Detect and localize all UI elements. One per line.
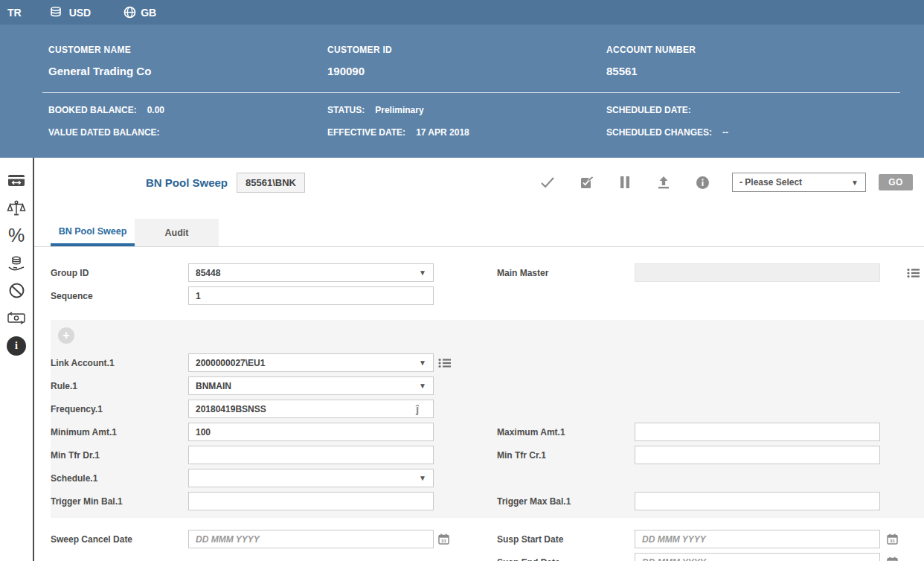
customer-id-value: 190090 xyxy=(327,65,606,77)
account-number-label: ACCOUNT NUMBER xyxy=(606,45,924,55)
balance-scales-icon[interactable] xyxy=(1,194,31,222)
globe-icon xyxy=(123,6,136,19)
block-icon[interactable] xyxy=(1,277,31,304)
min-tfr-dr-label: Min Tfr Dr.1 xyxy=(51,450,188,461)
toolbar-info-icon[interactable] xyxy=(683,176,722,190)
minimum-amt-input[interactable] xyxy=(188,423,434,441)
tab-bar: BN Pool Sweep Audit xyxy=(34,219,924,247)
chevron-down-icon: ▼ xyxy=(851,179,859,187)
chevron-down-icon: ▼ xyxy=(419,359,426,367)
percent-icon[interactable]: % xyxy=(1,222,31,249)
chevron-down-icon: ▼ xyxy=(419,474,426,482)
customer-id-label: CUSTOMER ID xyxy=(327,45,606,55)
susp-start-date-input[interactable] xyxy=(635,530,880,548)
effective-date: EFFECTIVE DATE:17 APR 2018 xyxy=(327,127,606,138)
validate-icon[interactable] xyxy=(567,176,606,190)
left-sidebar: % i xyxy=(0,158,34,561)
minimum-amt-label: Minimum Amt.1 xyxy=(51,427,188,437)
tab-bn-pool-sweep[interactable]: BN Pool Sweep xyxy=(51,219,135,246)
susp-start-date-label: Susp Start Date xyxy=(497,534,635,545)
commit-icon[interactable] xyxy=(528,176,567,188)
chevron-down-icon: ▼ xyxy=(419,269,426,277)
money-exchange-icon[interactable] xyxy=(1,304,31,332)
country-label: GB xyxy=(141,7,156,19)
info-icon[interactable]: i xyxy=(1,332,31,359)
account-number-value: 85561 xyxy=(606,65,924,77)
frequency-builder-icon[interactable]: ĵ xyxy=(416,403,419,415)
sequence-label: Sequence xyxy=(51,291,188,301)
card-transfer-icon[interactable] xyxy=(1,167,31,194)
trigger-min-bal-label: Trigger Min Bal.1 xyxy=(51,496,188,507)
schedule-label: Schedule.1 xyxy=(51,473,188,484)
sweep-cancel-date-input[interactable] xyxy=(188,530,434,548)
susp-end-date-input[interactable] xyxy=(635,553,880,561)
top-bar: TR USD GB xyxy=(0,0,924,25)
region-code[interactable]: TR xyxy=(7,7,22,19)
group-id-select[interactable]: 85448▼ xyxy=(188,263,434,282)
account-number-block: ACCOUNT NUMBER 85561 xyxy=(606,45,924,77)
frequency-input[interactable] xyxy=(188,400,434,418)
header-divider xyxy=(42,92,900,93)
min-tfr-cr-input[interactable] xyxy=(635,446,880,464)
upload-icon[interactable] xyxy=(644,176,683,189)
header-stats-row2: VALUE DATED BALANCE: EFFECTIVE DATE:17 A… xyxy=(0,127,924,138)
main-master-field xyxy=(635,263,880,282)
hold-icon[interactable] xyxy=(606,176,644,189)
schedule-select[interactable]: ▼ xyxy=(188,469,434,487)
form-row-link-account: Link Account.1 2000000027\EU1▼ xyxy=(51,351,924,374)
frequency-label: Frequency.1 xyxy=(51,404,188,414)
group-id-label: Group ID xyxy=(51,268,188,278)
status: STATUS:Preliminary xyxy=(327,105,606,115)
record-title: BN Pool Sweep xyxy=(146,176,228,189)
add-multivalue-button[interactable]: + xyxy=(58,327,74,344)
record-reference-badge: 85561\BNK xyxy=(237,173,305,193)
calendar-icon[interactable]: 31 xyxy=(880,533,924,545)
go-button[interactable]: GO xyxy=(879,174,913,190)
main-master-list-icon[interactable] xyxy=(880,268,924,278)
tab-audit[interactable]: Audit xyxy=(135,219,219,246)
currency-label: USD xyxy=(69,7,92,19)
form-row-min-max-amt: Minimum Amt.1 Maximum Amt.1 xyxy=(51,420,924,443)
sequence-input[interactable] xyxy=(188,286,434,305)
customer-name-block: CUSTOMER NAME General Trading Co xyxy=(48,45,327,77)
header-fields: CUSTOMER NAME General Trading Co CUSTOME… xyxy=(0,45,924,77)
susp-end-date-label: Susp End Date xyxy=(497,557,635,561)
value-dated-balance: VALUE DATED BALANCE: xyxy=(48,127,327,138)
calendar-icon[interactable]: 31 xyxy=(880,557,924,561)
record-form: Group ID 85448▼ Main Master Sequenc xyxy=(34,247,924,561)
trigger-min-bal-input[interactable] xyxy=(188,492,434,510)
record-header: BN Pool Sweep 85561\BNK xyxy=(34,164,924,201)
chevron-down-icon: ▼ xyxy=(419,382,426,390)
customer-id-block: CUSTOMER ID 190090 xyxy=(327,45,606,77)
coins-icon xyxy=(50,7,65,19)
action-select[interactable]: - Please Select ▼ xyxy=(732,173,866,192)
maximum-amt-input[interactable] xyxy=(635,423,880,441)
trigger-max-bal-input[interactable] xyxy=(635,492,880,510)
form-row-sequence: Sequence xyxy=(34,284,924,307)
maximum-amt-label: Maximum Amt.1 xyxy=(497,427,635,437)
form-row-min-tfr: Min Tfr Dr.1 Min Tfr Cr.1 xyxy=(51,443,924,467)
cash-in-hand-icon[interactable] xyxy=(1,249,31,277)
action-select-value: - Please Select xyxy=(739,177,802,187)
form-row-cancel-susp-start: Sweep Cancel Date 31 Susp Start Date xyxy=(34,528,924,551)
form-row-schedule: Schedule.1 ▼ xyxy=(51,467,924,490)
link-account-list-icon[interactable] xyxy=(434,358,459,368)
min-tfr-dr-input[interactable] xyxy=(188,446,434,464)
form-row-susp-end: Susp End Date 31 xyxy=(34,551,924,561)
link-account-label: Link Account.1 xyxy=(51,358,188,368)
calendar-icon[interactable]: 31 xyxy=(434,533,459,545)
scheduled-changes: SCHEDULED CHANGES:-- xyxy=(606,127,924,138)
header-stats-row1: BOOKED BALANCE:0.00 STATUS:Preliminary S… xyxy=(0,105,924,115)
rule-label: Rule.1 xyxy=(51,381,188,391)
country-selector[interactable]: GB xyxy=(123,6,156,19)
main-master-label: Main Master xyxy=(497,268,635,278)
link-account-select[interactable]: 2000000027\EU1▼ xyxy=(188,353,434,372)
account-header: CUSTOMER NAME General Trading Co CUSTOME… xyxy=(0,25,924,158)
sweep-cancel-date-label: Sweep Cancel Date xyxy=(51,534,188,545)
currency-selector[interactable]: USD xyxy=(50,7,92,19)
customer-name-label: CUSTOMER NAME xyxy=(48,45,327,55)
rule-select[interactable]: BNMAIN▼ xyxy=(188,376,434,395)
min-tfr-cr-label: Min Tfr Cr.1 xyxy=(497,450,635,461)
svg-text:31: 31 xyxy=(890,538,895,543)
form-row-frequency: Frequency.1 ĵ xyxy=(51,397,924,420)
